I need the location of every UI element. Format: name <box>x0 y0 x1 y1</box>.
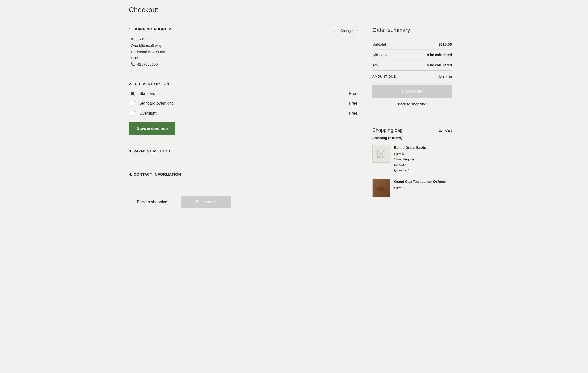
save-continue-button[interactable]: Save & continue <box>129 122 175 135</box>
tax-value: To be calculated <box>425 63 452 67</box>
edit-cart-button[interactable]: Edit Cart <box>439 128 452 132</box>
subtotal-value: $610.00 <box>439 42 452 46</box>
delivery-price-standard: Free <box>349 91 357 96</box>
bag-item-2-image <box>372 179 390 197</box>
amount-due-label: AMOUNT DUE <box>372 75 396 79</box>
tax-label: Tax <box>372 63 378 67</box>
bag-item-1-image <box>372 145 390 163</box>
contact-number: 4. <box>129 172 132 176</box>
delivery-label-standard[interactable]: Standard <box>139 91 325 96</box>
delivery-option-standard-overnight: Standard overnight Free <box>130 101 357 106</box>
contact-section-title: 4. CONTACT INFORMATION <box>129 172 357 176</box>
address-phone: 📞 4257058000 <box>131 61 357 68</box>
shipping-address-section: 1. SHIPPING ADDRESS Change Karen Berg On… <box>129 20 357 75</box>
delivery-radio-overnight[interactable] <box>130 111 135 116</box>
bag-item-2-name: Grand Cap Toe Leather Oxfords <box>394 179 446 185</box>
delivery-radio-standard-overnight[interactable] <box>130 101 135 106</box>
shipping-label: Shipping <box>372 53 387 57</box>
bag-item-1-price: $220.00 <box>394 162 426 168</box>
bag-header: Shopping bag Edit Cart <box>372 127 452 133</box>
delivery-option-standard: Standard Free <box>130 91 357 96</box>
address-block: Karen Berg One Microsoft way Redmond WA … <box>131 36 357 68</box>
delivery-options-list: Standard Free Standard overnight Free Ov… <box>130 91 357 116</box>
summary-row-tax: Tax To be calculated <box>372 60 452 70</box>
delivery-option-overnight: Overnight Free <box>130 111 357 116</box>
shopping-bag-card: Shopping bag Edit Cart Shipping (2 items… <box>365 120 459 211</box>
phone-number: 4257058000 <box>137 61 158 68</box>
shipping-value: To be calculated <box>425 53 452 57</box>
delivery-label-standard-overnight[interactable]: Standard overnight <box>139 101 325 106</box>
delivery-number: 2. <box>129 82 132 86</box>
phone-icon: 📞 <box>131 61 136 68</box>
bag-item-2-details: Grand Cap Toe Leather Oxfords Size: 7 <box>394 179 446 197</box>
place-order-button[interactable]: Place order <box>372 85 452 98</box>
summary-row-subtotal: Subtotal $610.00 <box>372 39 452 50</box>
bag-item-1-size: Size: 6 <box>394 151 426 157</box>
bag-item-1: Belted Dress Boots Size: 6 Style: Regula… <box>372 145 452 173</box>
order-summary-card: Order summary Subtotal $610.00 Shipping … <box>365 20 459 114</box>
shopping-bag-title: Shopping bag <box>372 127 403 133</box>
order-summary-title: Order summary <box>372 27 452 33</box>
bag-item-2-size: Size: 7 <box>394 185 446 191</box>
place-order-bottom-button[interactable]: Place order <box>181 196 231 208</box>
back-to-shopping-bottom-button[interactable]: Back to shopping <box>129 196 175 208</box>
amount-due-row: AMOUNT DUE $610.00 <box>372 71 452 79</box>
amount-due-value: $610.00 <box>439 75 452 79</box>
shipping-items-label: Shipping (2 items) <box>372 136 452 140</box>
address-city: Redmond WA 98055 <box>131 49 357 55</box>
shipping-section-title: 1. SHIPPING ADDRESS <box>129 27 173 31</box>
bottom-actions: Back to shopping Place order <box>129 196 357 208</box>
bag-item-1-style: Style: Regular <box>394 157 426 162</box>
payment-method-section: 3. PAYMENT METHOD <box>129 142 357 165</box>
delivery-option-section: 2. DELIVERY OPTION Standard Free Standar… <box>129 75 357 142</box>
right-sidebar: Order summary Subtotal $610.00 Shipping … <box>365 20 459 211</box>
bag-item-2: Grand Cap Toe Leather Oxfords Size: 7 <box>372 179 452 197</box>
delivery-price-standard-overnight: Free <box>349 101 357 106</box>
delivery-label-overnight[interactable]: Overnight <box>139 111 325 116</box>
shipping-title-text: SHIPPING ADDRESS <box>134 27 173 31</box>
address-street: One Microsoft way <box>131 42 357 49</box>
address-country: USA <box>131 55 357 61</box>
bag-item-1-quantity: Quantity: 1 <box>394 168 426 173</box>
checkout-form: 1. SHIPPING ADDRESS Change Karen Berg On… <box>129 20 357 208</box>
bag-item-1-name: Belted Dress Boots <box>394 145 426 151</box>
shipping-number: 1. <box>129 27 132 31</box>
contact-title-text: CONTACT INFORMATION <box>134 172 181 176</box>
payment-number: 3. <box>129 149 132 153</box>
delivery-title-text: DELIVERY OPTION <box>134 82 169 86</box>
summary-row-shipping: Shipping To be calculated <box>372 50 452 60</box>
bag-item-1-details: Belted Dress Boots Size: 6 Style: Regula… <box>394 145 426 173</box>
delivery-section-title: 2. DELIVERY OPTION <box>129 82 357 86</box>
contact-info-section: 4. CONTACT INFORMATION <box>129 165 357 188</box>
delivery-price-overnight: Free <box>349 111 357 116</box>
delivery-radio-standard[interactable] <box>130 91 135 96</box>
change-address-button[interactable]: Change <box>336 27 357 34</box>
address-name: Karen Berg <box>131 36 357 42</box>
payment-section-title: 3. PAYMENT METHOD <box>129 149 357 153</box>
subtotal-label: Subtotal <box>372 42 386 46</box>
page-title: Checkout <box>129 6 459 14</box>
back-to-shopping-button[interactable]: Back to shopping <box>372 102 452 106</box>
payment-title-text: PAYMENT METHOD <box>134 149 170 153</box>
